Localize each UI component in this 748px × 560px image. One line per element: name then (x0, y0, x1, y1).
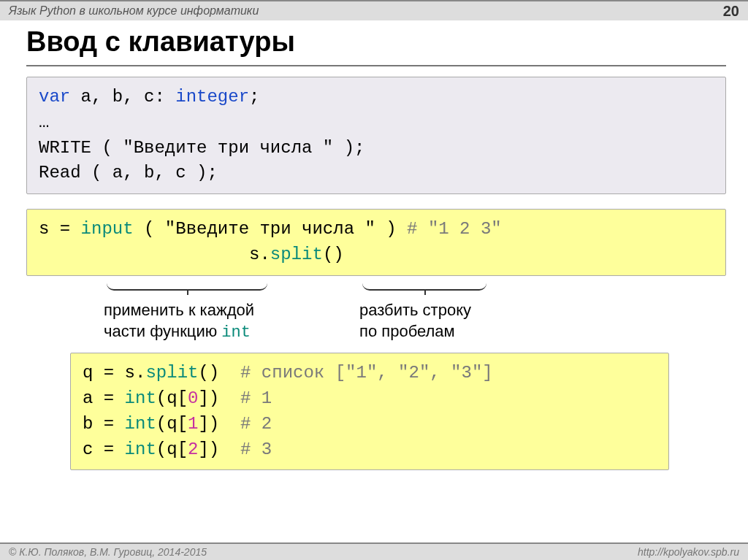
py2-l2c: ]) (198, 388, 240, 408)
kw-int-c: int (125, 440, 156, 459)
kw-input: input (81, 219, 134, 239)
py2-l3c: ]) (198, 414, 240, 434)
anno-right-l2: по пробелам (359, 321, 579, 342)
slide-content: Ввод с клавиатуры var a, b, c: integer; … (0, 20, 748, 470)
py2-l3a: b = (83, 414, 125, 434)
py2-l3b: (q[ (156, 414, 188, 434)
footer-copyright: © К.Ю. Поляков, В.М. Гуровиц, 2014-2015 (9, 546, 207, 558)
py1-comment: # "1 2 3" (407, 219, 502, 239)
idx-2: 2 (188, 440, 198, 459)
brace-row (26, 280, 726, 298)
anno-right-l1: разбить строку (359, 299, 579, 321)
kw-int-b: int (125, 414, 156, 434)
pascal-write-arg: ( "Введите три числа " ); (91, 138, 365, 158)
py2-l4c: ]) (198, 440, 240, 459)
anno-left-l2a: части функцию (104, 322, 221, 340)
kw-split2: split (145, 363, 198, 383)
title-rule (26, 65, 726, 66)
py1-args: ( "Введите три числа " ) (134, 219, 407, 239)
annotation-left: применить к каждой части функцию int (104, 299, 337, 344)
py2-l2a: a = (83, 388, 125, 408)
py2-l1b: () (198, 363, 240, 383)
header-subtitle: Язык Python в школьном курсе информатики (9, 4, 259, 18)
py2-l1-comment: # список ["1", "2", "3"] (240, 363, 493, 383)
py2-l3-comment: # 2 (240, 414, 272, 434)
pascal-ellipsis: … (39, 112, 49, 132)
pascal-semi: ; (249, 87, 259, 107)
pascal-decl: a, b, c: (70, 87, 175, 107)
footer-bar: © К.Ю. Поляков, В.М. Гуровиц, 2014-2015 … (0, 542, 748, 560)
header-bar: Язык Python в школьном курсе информатики… (0, 0, 748, 20)
anno-left-l1: применить к каждой (104, 299, 337, 321)
anno-int: int (221, 323, 251, 342)
brace-right (362, 280, 486, 291)
anno-left-l2: части функцию int (104, 321, 337, 344)
kw-split: split (270, 245, 323, 264)
pascal-read: Read (39, 163, 81, 183)
kw-var: var (39, 87, 70, 107)
annotation-right: разбить строку по пробелам (359, 299, 579, 344)
brace-left (107, 280, 267, 291)
py2-l4b: (q[ (156, 440, 188, 459)
pascal-read-arg: ( a, b, c ); (81, 163, 218, 183)
py2-l4-comment: # 3 (240, 440, 272, 459)
kw-int-a: int (125, 388, 156, 408)
pascal-write: WRITE (39, 138, 91, 158)
python-code-box-2: q = s.split() # список ["1", "2", "3"] a… (70, 353, 669, 470)
annotations: применить к каждой части функцию int раз… (26, 299, 726, 344)
idx-1: 1 (188, 414, 198, 434)
py2-l2b: (q[ (156, 388, 188, 408)
page-number: 20 (723, 3, 739, 20)
pascal-code-box: var a, b, c: integer; … WRITE ( "Введите… (26, 77, 726, 194)
slide-title: Ввод с клавиатуры (26, 26, 726, 58)
py1-paren: () (323, 245, 344, 264)
py2-l2-comment: # 1 (240, 388, 272, 408)
py1-assign: s = (39, 219, 81, 239)
py1-pad: s. (39, 245, 270, 264)
footer-url: http://kpolyakov.spb.ru (638, 546, 739, 558)
idx-0: 0 (188, 388, 198, 408)
kw-integer: integer (175, 87, 249, 107)
py2-l1a: q = s. (83, 363, 145, 383)
python-code-box-1: s = input ( "Введите три числа " ) # "1 … (26, 209, 726, 276)
py2-l4a: c = (83, 440, 125, 459)
